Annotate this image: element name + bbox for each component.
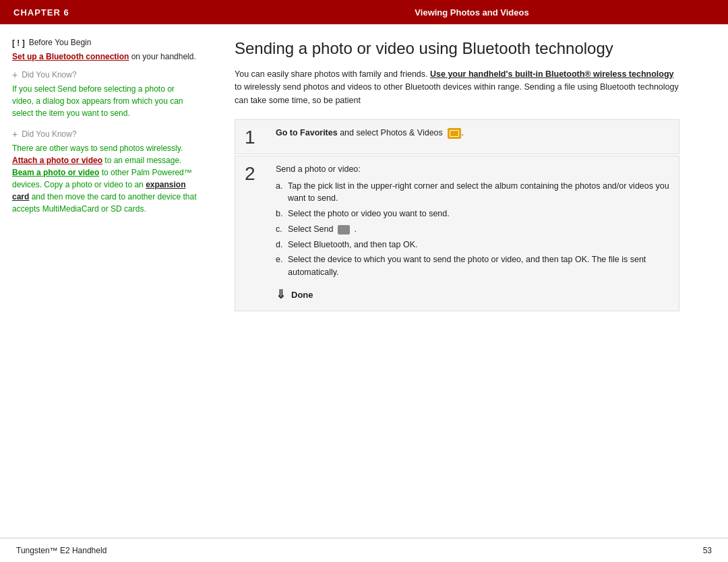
main-content: Sending a photo or video using Bluetooth… <box>209 24 728 538</box>
step-2b: Select the photo or video you want to se… <box>276 208 669 220</box>
before-you-begin-section: [ ! ] Before You Begin Set up a Bluetoot… <box>12 38 197 61</box>
step-2-list: Tap the pick list in the upper-right cor… <box>276 180 669 279</box>
favorites-icon <box>448 128 461 139</box>
did-you-know-2: + Did You Know? There are other ways to … <box>12 129 197 215</box>
attach-text: to an email message. <box>102 156 181 165</box>
expansion-text: and then move the card to another device… <box>12 192 197 214</box>
step-2-number: 2 <box>245 164 264 183</box>
bluetooth-setup-link[interactable]: Set up a Bluetooth connection <box>12 52 129 61</box>
done-row: ⇓ Done <box>276 286 669 304</box>
intro-paragraph: You can easily share photos with family … <box>235 68 679 107</box>
did-you-know-header-1: + Did You Know? <box>12 69 197 80</box>
done-label: Done <box>291 288 313 302</box>
did-you-know-text-1: If you select Send before selecting a ph… <box>12 83 197 119</box>
chapter-label: CHAPTER 6 <box>13 7 229 18</box>
step-2a: Tap the pick list in the upper-right cor… <box>276 180 669 206</box>
intro-bold: Use your handheld's built-in Bluetooth® … <box>430 69 674 79</box>
did-you-know-text-2: There are other ways to send photos wire… <box>12 142 197 215</box>
alert-row: [ ! ] Before You Begin <box>12 38 197 48</box>
attach-link[interactable]: Attach a photo or video <box>12 156 102 165</box>
step-2d: Select Bluetooth, and then tap OK. <box>276 239 669 251</box>
step-2-content: Send a photo or video: Tap the pick list… <box>276 163 669 304</box>
plus-icon-2: + <box>12 129 18 139</box>
other-ways-text: There are other ways to send photos wire… <box>12 144 183 153</box>
alert-icon: [ ! ] <box>12 38 25 48</box>
intro-text-start: You can easily share photos with family … <box>235 69 430 79</box>
sidebar: [ ! ] Before You Begin Set up a Bluetoot… <box>0 24 209 538</box>
done-arrow-icon: ⇓ <box>276 286 286 304</box>
page-header: CHAPTER 6 Viewing Photos and Videos <box>0 0 728 24</box>
before-you-begin-label: Before You Begin <box>29 38 92 47</box>
plus-icon-1: + <box>12 69 18 80</box>
step-2c-end: . <box>354 224 356 234</box>
did-you-know-label-1: Did You Know? <box>22 70 76 80</box>
page-title: Sending a photo or video using Bluetooth… <box>235 39 702 59</box>
did-you-know-1: + Did You Know? If you select Send befor… <box>12 69 197 119</box>
did-you-know-header-2: + Did You Know? <box>12 129 197 139</box>
footer-product-name: Tungsten™ E2 Handheld <box>16 546 107 555</box>
section-title: Viewing Photos and Videos <box>229 7 715 18</box>
step-1-content: Go to Favorites and select Photos & Vide… <box>276 127 669 139</box>
step-1-text: and select Photos & Videos <box>338 128 443 137</box>
step-2-intro: Send a photo or video: <box>276 163 669 176</box>
before-you-begin-text: Set up a Bluetooth connection on your ha… <box>12 52 197 61</box>
did-you-know-label-2: Did You Know? <box>22 129 76 139</box>
footer-product: Tungsten™ E2 Handheld <box>16 546 107 555</box>
step-2c: Select Send . <box>276 223 669 236</box>
step-1-bold: Go to Favorites <box>276 128 338 137</box>
step-1: 1 Go to Favorites and select Photos & Vi… <box>235 119 679 154</box>
steps-container: 1 Go to Favorites and select Photos & Vi… <box>235 119 679 311</box>
step-1-number: 1 <box>245 128 264 147</box>
step-2: 2 Send a photo or video: Tap the pick li… <box>235 156 679 311</box>
step-2c-text: Select Send <box>288 224 333 234</box>
footer-page-number: 53 <box>703 546 712 555</box>
beam-link[interactable]: Beam a photo or video <box>12 168 99 177</box>
send-icon <box>338 225 350 235</box>
page-footer: Tungsten™ E2 Handheld 53 <box>0 538 728 562</box>
content-area: [ ! ] Before You Begin Set up a Bluetoot… <box>0 24 728 538</box>
before-you-begin-cont: on your handheld. <box>129 52 195 61</box>
intro-text-cont: to wirelessly send photos and videos to … <box>235 82 679 104</box>
step-2e: Select the device to which you want to s… <box>276 253 669 279</box>
